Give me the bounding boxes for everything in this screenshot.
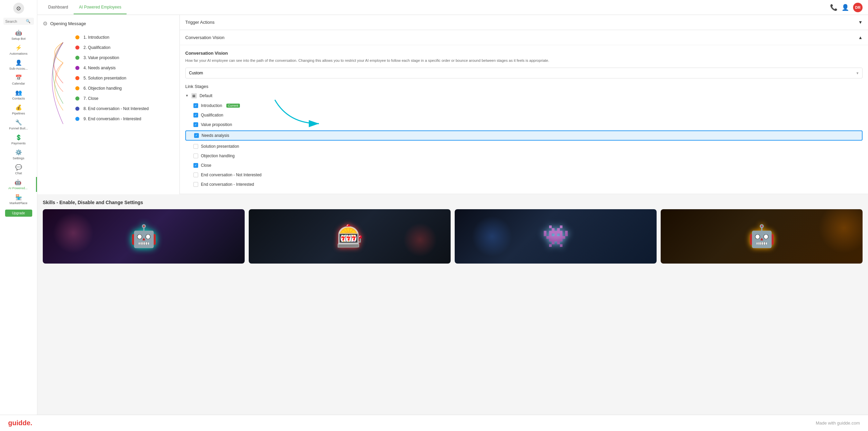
cb-label-end-not: End conversation - Not Interested bbox=[201, 173, 262, 177]
checkbox-item-solution-pres[interactable]: Solution presentation bbox=[185, 143, 863, 150]
top-nav: Dashboard AI Powered Employees 📞 👤 DR bbox=[37, 0, 868, 15]
search-bar[interactable]: 🔍 bbox=[3, 18, 34, 25]
cb-label-introduction: Introduction bbox=[201, 103, 222, 108]
checkbox-item-close[interactable]: Close bbox=[185, 162, 863, 169]
stage-item[interactable]: 7. Close bbox=[73, 93, 149, 104]
checkbox-item-introduction[interactable]: Introduction Current bbox=[185, 102, 863, 109]
footer-tagline: Made with guidde.com bbox=[816, 420, 860, 426]
sidebar-item-label: Setup Bot bbox=[12, 37, 26, 40]
checkbox-solution-pres[interactable] bbox=[193, 144, 198, 149]
default-row: ▼ ▤ Default bbox=[185, 92, 863, 100]
upgrade-button[interactable]: Upgrade bbox=[5, 210, 32, 217]
stage-item[interactable]: 1. Introduction bbox=[73, 32, 149, 42]
sidebar-item-ai-powered[interactable]: 🤖 AI Powered... bbox=[0, 177, 37, 192]
checkbox-objection[interactable] bbox=[193, 154, 198, 158]
sidebar-item-label: AI Powered... bbox=[8, 186, 27, 190]
skill-card-2[interactable]: 🎰 bbox=[249, 209, 451, 264]
tab-ai-powered-employees[interactable]: AI Powered Employees bbox=[74, 1, 127, 14]
sidebar-item-contacts[interactable]: 👥 Contacts bbox=[0, 87, 37, 102]
stage-dot-close bbox=[75, 96, 79, 101]
stage-item[interactable]: 3. Value proposition bbox=[73, 53, 149, 63]
sidebar-item-marketplace[interactable]: 🏪 MarketPlace bbox=[0, 192, 37, 207]
conversation-vision-content: Conversation Vision How far your AI empl… bbox=[180, 45, 868, 194]
top-nav-tabs: Dashboard AI Powered Employees bbox=[43, 1, 127, 14]
link-stages-title: Link Stages bbox=[185, 84, 863, 89]
users-icon[interactable]: 👤 bbox=[842, 4, 849, 11]
conv-vision-title: Conversation Vision bbox=[185, 51, 863, 56]
stage-item[interactable]: 5. Solution presentation bbox=[73, 73, 149, 83]
stage-item[interactable]: 9. End conversation - Interested bbox=[73, 114, 149, 124]
search-input[interactable] bbox=[5, 19, 26, 23]
settings-icon: ⚙️ bbox=[15, 149, 22, 156]
checkbox-needs-analysis[interactable] bbox=[194, 133, 199, 138]
pipelines-icon: 💰 bbox=[15, 104, 22, 111]
skill-card-1[interactable]: 🤖 bbox=[43, 209, 245, 264]
stage-name: 5. Solution presentation bbox=[83, 76, 126, 80]
sidebar-item-funnel-builder[interactable]: 🔧 Funnel Buil... bbox=[0, 117, 37, 132]
skills-section: Skills - Enable, Disable and Change Sett… bbox=[37, 194, 868, 291]
sidebar-item-label: Calendar bbox=[12, 82, 25, 85]
stage-list: 1. Introduction 2. Qualification 3. Valu… bbox=[73, 32, 149, 148]
flow-header: ⚙ Opening Message bbox=[43, 20, 174, 27]
stage-name: 9. End conversation - Interested bbox=[83, 116, 141, 121]
sidebar-item-automations[interactable]: ⚡ Automations bbox=[0, 42, 37, 57]
contacts-icon: 👥 bbox=[15, 89, 22, 96]
stage-name: 3. Value proposition bbox=[83, 55, 119, 60]
sidebar-item-settings[interactable]: ⚙️ Settings bbox=[0, 147, 37, 162]
stage-name: 6. Objection handling bbox=[83, 86, 122, 91]
phone-icon[interactable]: 📞 bbox=[830, 4, 837, 11]
checkbox-qualification[interactable] bbox=[193, 113, 198, 118]
checkbox-item-end-not[interactable]: End conversation - Not Interested bbox=[185, 171, 863, 179]
gear-icon: ⚙ bbox=[43, 20, 48, 27]
sidebar-item-label: MarketPlace bbox=[10, 201, 27, 205]
custom-select[interactable]: Custom bbox=[185, 68, 863, 78]
checkbox-item-needs-analysis[interactable]: Needs analysis bbox=[185, 130, 863, 141]
footer: guidde. Made with guidde.com bbox=[0, 415, 868, 431]
payments-icon: 💲 bbox=[15, 134, 22, 141]
stage-item[interactable]: 8. End conversation - Not Interested bbox=[73, 104, 149, 114]
sub-accounts-icon: 👤 bbox=[15, 59, 22, 66]
avatar: DR bbox=[853, 3, 863, 12]
checkbox-item-value-prop[interactable]: Value proposition bbox=[185, 121, 863, 128]
expand-icon[interactable]: ▼ bbox=[185, 94, 189, 97]
ai-powered-icon: 🤖 bbox=[15, 179, 21, 185]
tab-dashboard[interactable]: Dashboard bbox=[43, 1, 74, 14]
stage-dot-needs bbox=[75, 66, 79, 70]
sidebar-item-chat[interactable]: 💬 Chat bbox=[0, 162, 37, 177]
checkbox-item-end-yes[interactable]: End conversation - Interested bbox=[185, 181, 863, 188]
trigger-actions-header[interactable]: Trigger Actions ▼ bbox=[180, 15, 868, 30]
sidebar-item-sub-accounts[interactable]: 👤 Sub-Accou... bbox=[0, 57, 37, 72]
top-nav-actions: 📞 👤 DR bbox=[830, 3, 863, 12]
skill-card-3[interactable]: 👾 bbox=[455, 209, 657, 264]
checkbox-end-yes[interactable] bbox=[193, 182, 198, 187]
stage-item[interactable]: 6. Objection handling bbox=[73, 83, 149, 93]
settings-panel: Trigger Actions ▼ Conversation Vision ▲ … bbox=[180, 15, 868, 194]
trigger-actions-section: Trigger Actions ▼ bbox=[180, 15, 868, 30]
sidebar-item-label: Automations bbox=[10, 52, 27, 55]
stage-item[interactable]: 4. Needs analysis bbox=[73, 63, 149, 73]
stage-item[interactable]: 2. Qualification bbox=[73, 42, 149, 53]
checkbox-item-objection[interactable]: Objection handling bbox=[185, 152, 863, 160]
sidebar-item-pipelines[interactable]: 💰 Pipelines bbox=[0, 102, 37, 117]
stage-dot-objection bbox=[75, 86, 79, 90]
sidebar-item-label: Contacts bbox=[12, 96, 25, 100]
cb-label-needs-analysis: Needs analysis bbox=[202, 133, 229, 138]
checkbox-introduction[interactable] bbox=[193, 103, 198, 108]
sidebar-item-calendar[interactable]: 📅 Calendar bbox=[0, 72, 37, 87]
search-icon[interactable]: 🔍 bbox=[26, 19, 31, 23]
sidebar-item-setup-bot[interactable]: 🤖 Setup Bot bbox=[0, 28, 37, 42]
sidebar-item-payments[interactable]: 💲 Payments bbox=[0, 132, 37, 147]
stage-name: 4. Needs analysis bbox=[83, 66, 116, 70]
cb-label-objection: Objection handling bbox=[201, 154, 234, 158]
automations-icon: ⚡ bbox=[15, 44, 22, 51]
skill-card-4[interactable]: 🤖 bbox=[661, 209, 863, 264]
checkbox-item-qualification[interactable]: Qualification bbox=[185, 111, 863, 119]
checkbox-end-not[interactable] bbox=[193, 173, 198, 177]
conversation-vision-header[interactable]: Conversation Vision ▲ bbox=[180, 30, 868, 45]
conversation-vision-section-title: Conversation Vision bbox=[185, 35, 224, 40]
cb-label-end-yes: End conversation - Interested bbox=[201, 182, 254, 187]
stage-dot-solution bbox=[75, 76, 79, 80]
checkbox-close[interactable] bbox=[193, 163, 198, 168]
checkbox-value-prop[interactable] bbox=[193, 122, 198, 127]
stage-dot-qual bbox=[75, 46, 79, 50]
